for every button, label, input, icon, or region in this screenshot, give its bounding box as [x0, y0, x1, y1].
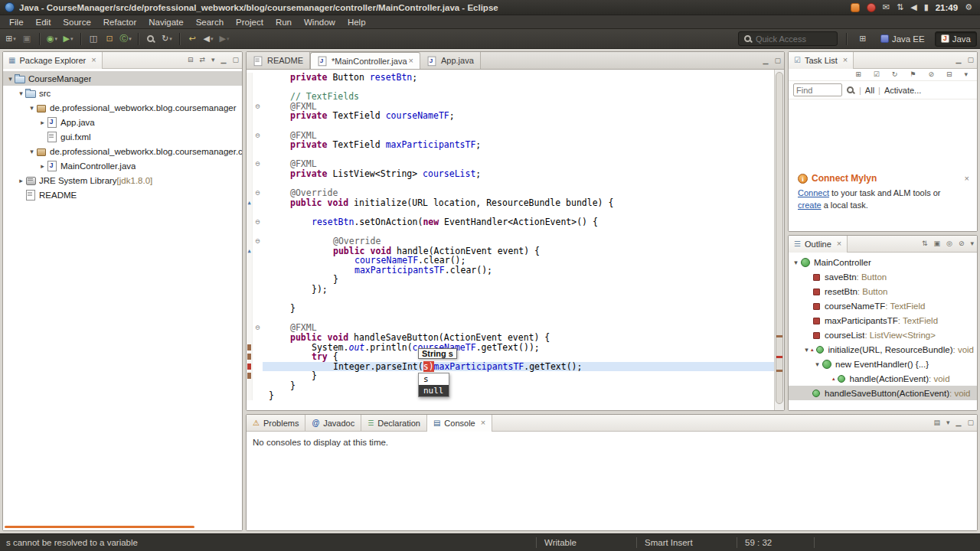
editor-tab-app-java[interactable]: App.java: [420, 52, 481, 69]
tab-problems[interactable]: Problems: [247, 415, 305, 432]
menu-help[interactable]: Help: [341, 17, 372, 28]
run-button[interactable]: ▶▾: [60, 31, 76, 47]
back-button[interactable]: ◀▾: [201, 31, 216, 47]
sort-icon[interactable]: ⇅: [919, 240, 931, 247]
activate-link[interactable]: Activate...: [884, 86, 921, 95]
code-line[interactable]: [247, 150, 774, 160]
outline-item-maincontroller[interactable]: ▾MainController: [789, 255, 977, 269]
code-line[interactable]: private TextField courseNameTF;: [247, 111, 774, 121]
code-line[interactable]: }: [247, 304, 774, 314]
menu-window[interactable]: Window: [298, 17, 341, 28]
minimize-icon[interactable]: ▁: [218, 57, 230, 64]
last-edit-location-button[interactable]: ↩: [185, 31, 200, 47]
completion-item-s[interactable]: s: [419, 373, 449, 385]
outline-item-initialize-url-resourcebundle[interactable]: ▾▴initialize(URL, ResourceBundle) : void: [789, 342, 977, 357]
project-tree-item-jre-system-library[interactable]: ▸JRE System Library [jdk1.8.0]: [3, 173, 242, 187]
project-tree-item-maincontroller-java[interactable]: ▸MainController.java: [3, 158, 242, 173]
menu-refactor[interactable]: Refactor: [97, 17, 142, 28]
perspective-java[interactable]: Java: [935, 31, 977, 47]
outline-item-savebtn[interactable]: saveBtn : Button: [789, 269, 977, 284]
close-icon[interactable]: ×: [409, 57, 413, 65]
expander-icon[interactable]: ▾: [17, 90, 25, 97]
view-menu-icon[interactable]: ▾: [208, 57, 218, 64]
expander-icon[interactable]: ▸: [38, 162, 47, 170]
search-icon[interactable]: [846, 86, 855, 95]
perspective-java-ee[interactable]: Java EE: [875, 31, 930, 47]
package-explorer-tab[interactable]: ▦ Package Explorer ×: [3, 52, 103, 69]
tab-console[interactable]: Console×: [427, 415, 492, 432]
outline-tab[interactable]: ☰ Outline ×: [789, 236, 848, 253]
hide-static-icon[interactable]: ◎: [943, 240, 956, 247]
expander-icon[interactable]: ▾: [28, 148, 36, 155]
fold-toggle-icon[interactable]: ⊖: [252, 131, 263, 141]
menu-search[interactable]: Search: [190, 17, 230, 28]
code-line[interactable]: private Button resetBtn;: [247, 73, 774, 83]
fold-toggle-icon[interactable]: ⊖: [252, 188, 263, 198]
fold-toggle-icon[interactable]: ⊖: [252, 323, 263, 333]
find-input[interactable]: [793, 83, 842, 96]
code-line[interactable]: [247, 295, 774, 305]
search-button[interactable]: [143, 31, 158, 47]
project-tree-item-de-professional-webworkx-blog-coursemanager-controller[interactable]: ▾de.professional_webworkx.blog.courseman…: [3, 144, 242, 158]
synchronize-icon[interactable]: ↻: [889, 71, 901, 78]
expander-icon[interactable]: ▾: [28, 104, 36, 112]
debug-button[interactable]: ◉▾: [44, 31, 60, 47]
clock[interactable]: 21:49: [936, 3, 958, 12]
prioritize-icon[interactable]: ⚑: [906, 71, 919, 78]
scrollbar-thumb[interactable]: [776, 72, 783, 404]
editor-tab-maincontroller-java[interactable]: *MainController.java×: [310, 52, 420, 69]
collapse-all-icon[interactable]: ⊟: [185, 57, 197, 64]
outline-item-new-eventhandler[interactable]: ▾new EventHandler() {...}: [789, 357, 977, 371]
new-class-button[interactable]: Ⓒ▾: [118, 31, 133, 47]
filter-icon[interactable]: ⊘: [925, 71, 937, 78]
project-tree-item-readme[interactable]: README: [3, 187, 242, 202]
project-tree-item-gui-fxml[interactable]: gui.fxml: [3, 129, 242, 144]
menu-file[interactable]: File: [3, 17, 30, 28]
editor-tab-readme[interactable]: README: [247, 52, 310, 69]
code-line[interactable]: [247, 314, 774, 324]
new-task-icon[interactable]: ⊞: [852, 71, 864, 78]
expander-icon[interactable]: ▾: [792, 259, 800, 266]
maximize-icon[interactable]: ▢: [771, 57, 784, 64]
code-line[interactable]: private TextField maxParticipantsTF;: [247, 140, 774, 150]
code-line[interactable]: ▲public void handle(ActionEvent event) {: [247, 246, 774, 256]
minimize-icon[interactable]: ▁: [760, 57, 772, 64]
annotation-tick[interactable]: [776, 335, 782, 337]
network-icon[interactable]: ⇅: [897, 3, 903, 11]
close-icon[interactable]: ×: [843, 56, 848, 64]
outline-item-maxparticipantstf[interactable]: maxParticipantsTF : TextField: [789, 313, 977, 328]
content-assist-popup[interactable]: snull: [418, 373, 449, 397]
expander-icon[interactable]: ▸: [38, 119, 47, 126]
code-line[interactable]: }: [247, 371, 774, 381]
code-line[interactable]: });: [247, 285, 774, 295]
outline-item-handle-actionevent[interactable]: ▴handle(ActionEvent) : void: [789, 371, 977, 386]
outline-item-handlesavebutton-actionevent[interactable]: handleSaveButton(ActionEvent) : void: [789, 386, 977, 400]
menu-navigate[interactable]: Navigate: [142, 17, 189, 28]
annotation-tick[interactable]: [776, 370, 782, 372]
volume-icon[interactable]: ◀: [910, 3, 916, 11]
code-line[interactable]: courseNameTF.clear();: [247, 256, 774, 266]
close-icon[interactable]: ×: [481, 419, 485, 427]
expander-icon[interactable]: ▾: [802, 346, 811, 354]
minimize-icon[interactable]: ▁: [953, 419, 965, 426]
menu-project[interactable]: Project: [230, 17, 270, 28]
session-menu-icon[interactable]: ⚙: [965, 3, 972, 11]
view-menu-icon[interactable]: ▾: [961, 71, 971, 78]
maximize-icon[interactable]: ▢: [964, 57, 977, 64]
completion-item-null[interactable]: null: [419, 385, 449, 396]
all-filter-link[interactable]: All: [865, 86, 874, 95]
link-with-editor-icon[interactable]: ⇄: [196, 57, 208, 64]
view-menu-icon[interactable]: ▾: [967, 240, 977, 247]
code-line[interactable]: ⊖resetBtn.setOnAction(new EventHandler<A…: [247, 217, 774, 227]
outline-item-coursenametf[interactable]: courseNameTF : TextField: [789, 298, 977, 313]
menu-edit[interactable]: Edit: [30, 17, 57, 28]
quick-access-box[interactable]: [738, 31, 838, 46]
menu-source[interactable]: Source: [57, 17, 96, 28]
overview-ruler[interactable]: [774, 70, 784, 410]
expander-icon[interactable]: ▾: [813, 360, 822, 368]
notification-icon[interactable]: [867, 3, 876, 12]
project-tree-item-de-professional-webworkx-blog-coursemanager[interactable]: ▾de.professional_webworkx.blog.courseman…: [3, 100, 242, 115]
view-menu-icon[interactable]: ▾: [943, 419, 953, 426]
horizontal-scrollbar[interactable]: [5, 526, 194, 528]
tab-declaration[interactable]: Declaration: [361, 415, 427, 432]
